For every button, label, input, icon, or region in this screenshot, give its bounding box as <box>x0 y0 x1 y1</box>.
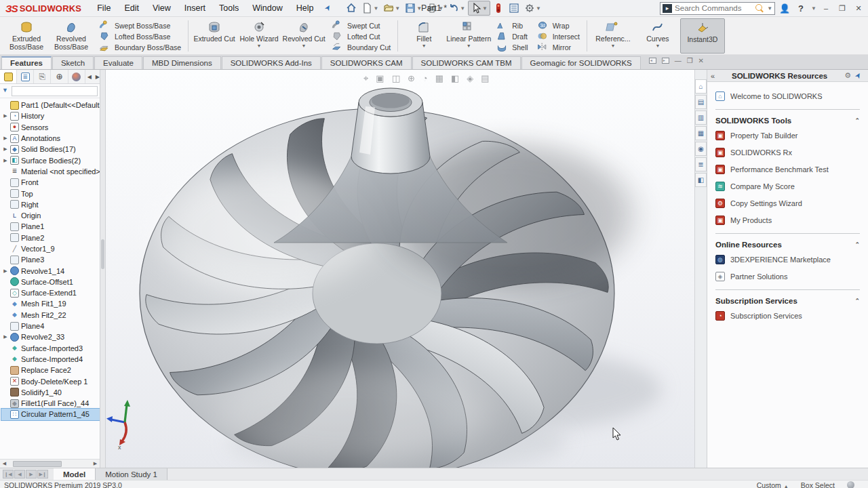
new-document-caret-icon[interactable]: ▼ <box>373 5 378 12</box>
menu-tools[interactable]: Tools <box>213 1 245 15</box>
swept-cut-button[interactable]: Swept Cut <box>328 20 393 31</box>
save-caret-icon[interactable]: ▼ <box>416 5 422 12</box>
task-pane-link-partner-solutions[interactable]: ◈Partner Solutions <box>715 272 860 281</box>
tree-item-mesh-fit2-22[interactable]: ◆Mesh Fit2_22 <box>1 310 100 321</box>
doc-close-icon[interactable]: ✕ <box>698 57 704 64</box>
properties-list-button[interactable] <box>507 1 521 15</box>
select-cursor-button[interactable]: ▼ <box>468 1 490 16</box>
hole-wizard-button[interactable]: Hole Wizard▼ <box>237 18 281 54</box>
tree-item-fillet1-full-face-44[interactable]: ◆Fillet1(Full Face)_44 <box>1 398 100 409</box>
restore-button[interactable]: ❐ <box>835 3 849 14</box>
mirror-button[interactable]: Mirror <box>533 42 582 53</box>
tree-item-solid-bodies-17-[interactable]: ▶◆Solid Bodies(17) <box>1 144 100 155</box>
save-button[interactable]: ▼ <box>403 1 424 15</box>
menu-view[interactable]: View <box>146 1 177 15</box>
model-tab-model[interactable]: Model <box>54 468 96 480</box>
collapse-section-icon[interactable]: ⌃ <box>854 117 860 124</box>
task-pane-link-solidworks-rx[interactable]: ▣SOLIDWORKS Rx <box>715 148 860 157</box>
task-pane-link-3dexperience-marketplace[interactable]: ◍3DEXPERIENCE Marketplace <box>715 255 860 264</box>
scene-settings-icon[interactable]: ▤ <box>481 73 489 84</box>
filter-icon[interactable] <box>2 87 9 95</box>
tree-item-plane1[interactable]: Plane1 <box>1 221 100 232</box>
tree-horizontal-scrollbar[interactable]: ◀ ▶ <box>0 459 100 468</box>
tab-scroll-last-icon[interactable]: ▶❙ <box>37 470 48 479</box>
tab-solidworks-cam-tbm[interactable]: SOLIDWORKS CAM TBM <box>412 56 521 69</box>
tree-item-material-not-specified-[interactable]: ≣Material <not specified> <box>1 166 100 177</box>
edit-appearance-icon[interactable]: ◈ <box>467 73 473 84</box>
open-caret-icon[interactable]: ▼ <box>395 5 400 12</box>
menu-file[interactable]: File <box>91 1 117 15</box>
custom-properties-tab[interactable]: ≣ <box>695 157 707 171</box>
tree-item-history[interactable]: ▶◔History <box>1 110 100 121</box>
fillet-dropdown-icon[interactable]: ▼ <box>422 43 427 48</box>
display-style-icon[interactable]: ▦ <box>435 73 443 84</box>
tree-item-surface-bodies-2-[interactable]: ▶◧Surface Bodies(2) <box>1 155 100 165</box>
tree-item-revolve2-33[interactable]: ▶Revolve2_33 <box>1 331 100 342</box>
tree-item-surface-offset1[interactable]: Surface-Offset1 <box>1 277 100 287</box>
task-pane-link-my-products[interactable]: ▣My Products <box>715 216 860 225</box>
menu-insert[interactable]: Insert <box>178 1 212 15</box>
help-button[interactable]: ? <box>794 2 808 15</box>
menu-help[interactable]: Help <box>290 1 320 15</box>
scroll-left-icon[interactable]: ◀ <box>0 461 9 466</box>
tab-features[interactable]: Features <box>1 56 52 69</box>
tree-item-annotations[interactable]: ▶AAnnotations <box>1 133 100 144</box>
tree-item-surface-imported3[interactable]: ◆Surface-Imported3 <box>1 343 100 354</box>
scroll-thumb[interactable] <box>13 461 62 467</box>
doc-restore-icon[interactable]: ❐ <box>687 57 693 64</box>
hide-show-items-icon[interactable]: ◧ <box>451 73 459 84</box>
lofted-boss-button[interactable]: Lofted Boss/Base <box>95 31 183 42</box>
search-caret-icon[interactable]: ▼ <box>767 5 772 12</box>
collapse-section-icon[interactable]: ⌃ <box>854 298 860 304</box>
expand-arrow-icon[interactable]: ▶ <box>3 158 8 163</box>
performance-pill-button[interactable] <box>491 1 506 15</box>
minimize-button[interactable]: – <box>819 3 833 14</box>
select-cursor-caret-icon[interactable]: ▼ <box>482 5 488 12</box>
view-orientation-icon[interactable]: ◔ <box>422 73 428 84</box>
pane-options-gear-icon[interactable]: ⚙ <box>844 71 851 80</box>
tab-mbd-dimensions[interactable]: MBD Dimensions <box>143 56 221 69</box>
task-pane-link-welcome-to-solidworks[interactable]: ⌂Welcome to SOLIDWORKS <box>715 92 860 101</box>
search-launch-icon[interactable]: ▸ <box>663 4 672 13</box>
tree-item-revolve1-14[interactable]: ▶Revolve1_14 <box>1 265 100 276</box>
panel-splitter[interactable] <box>100 70 106 468</box>
help-caret-icon[interactable]: ▼ <box>811 5 816 12</box>
task-pane-link-subscription-services[interactable]: ◔Subscription Services <box>715 311 860 321</box>
tree-item-origin[interactable]: LOrigin <box>1 210 100 221</box>
zoom-area-icon[interactable]: ▣ <box>376 73 384 84</box>
previous-view-icon[interactable]: ◫ <box>392 73 400 84</box>
draft-button[interactable]: Draft <box>492 31 530 42</box>
impeller-model[interactable]: Z x <box>106 70 694 468</box>
panel-tab-right-icon[interactable]: ▶ <box>96 74 100 80</box>
pin-menu-icon[interactable] <box>325 3 334 13</box>
tree-item-surface-extend1[interactable]: ◇Surface-Extend1 <box>1 287 100 298</box>
task-pane-link-property-tab-builder[interactable]: ▣Property Tab Builder <box>715 131 860 140</box>
undo-caret-icon[interactable]: ▼ <box>460 5 465 12</box>
doc-minimize-icon[interactable]: — <box>675 57 682 64</box>
boundary-cut-button[interactable]: Boundary Cut <box>328 42 393 53</box>
resources-home-tab[interactable]: ⌂ <box>695 79 707 94</box>
tab-solidworks-add-ins[interactable]: SOLIDWORKS Add-Ins <box>222 56 321 69</box>
reference-geometry-dropdown-icon[interactable]: ▼ <box>610 43 615 48</box>
close-button[interactable]: ✕ <box>852 3 865 14</box>
feature-manager-tab[interactable] <box>0 70 17 83</box>
expand-arrow-icon[interactable]: ▶ <box>3 268 8 274</box>
options-gear-caret-icon[interactable]: ▼ <box>536 5 541 12</box>
tab-scroll-first-icon[interactable]: ❙◀ <box>3 470 14 479</box>
expand-arrow-icon[interactable]: ▶ <box>3 334 8 340</box>
tree-item-mesh-fit1-19[interactable]: ◆Mesh Fit1_19 <box>1 298 100 309</box>
tree-item-front[interactable]: Front <box>1 177 100 188</box>
collapse-section-icon[interactable]: ⌃ <box>854 241 860 248</box>
tree-item-right[interactable]: Right <box>1 199 100 210</box>
expand-arrow-icon[interactable]: ▶ <box>3 146 8 152</box>
appearances-tab[interactable]: ◉ <box>695 142 707 156</box>
tree-item-top[interactable]: Top <box>1 188 100 199</box>
tree-item-replace-face2[interactable]: Replace Face2 <box>1 365 100 375</box>
expand-arrow-icon[interactable]: ▶ <box>3 136 8 141</box>
dimxpert-manager-tab[interactable]: ⊕ <box>51 70 68 83</box>
extruded-boss-button[interactable]: Extruded Boss/Base <box>4 18 49 54</box>
lofted-cut-button[interactable]: Lofted Cut <box>328 31 393 42</box>
search-commands-box[interactable]: ▸ ▼ <box>660 2 775 15</box>
revolved-boss-button[interactable]: Revolved Boss/Base <box>49 18 94 54</box>
tree-item-part1-default-default-dis[interactable]: Part1 (Default<<Default>_Dis <box>1 100 100 110</box>
